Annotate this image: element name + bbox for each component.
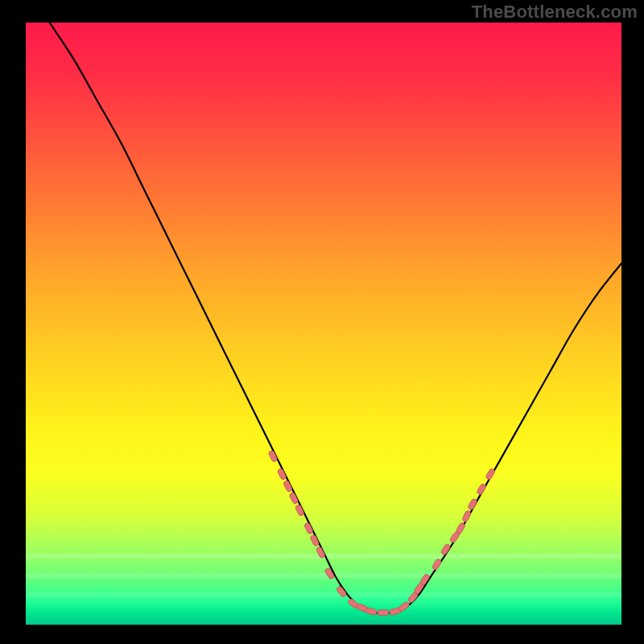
highlight-marker xyxy=(456,522,466,535)
highlight-marker xyxy=(468,498,478,511)
watermark-text: TheBottleneck.com xyxy=(472,2,638,23)
plot-area xyxy=(26,23,621,625)
curve-svg xyxy=(26,23,621,625)
highlight-marker xyxy=(398,601,410,613)
highlight-marker xyxy=(431,558,442,571)
highlight-marker xyxy=(485,468,496,481)
highlight-marker xyxy=(378,610,389,616)
highlight-marker xyxy=(461,510,471,523)
chart-frame: TheBottleneck.com xyxy=(0,0,644,644)
highlight-markers-group xyxy=(268,450,496,616)
highlight-marker xyxy=(477,483,487,496)
bottleneck-curve-line xyxy=(50,23,621,613)
highlight-marker xyxy=(365,608,378,616)
